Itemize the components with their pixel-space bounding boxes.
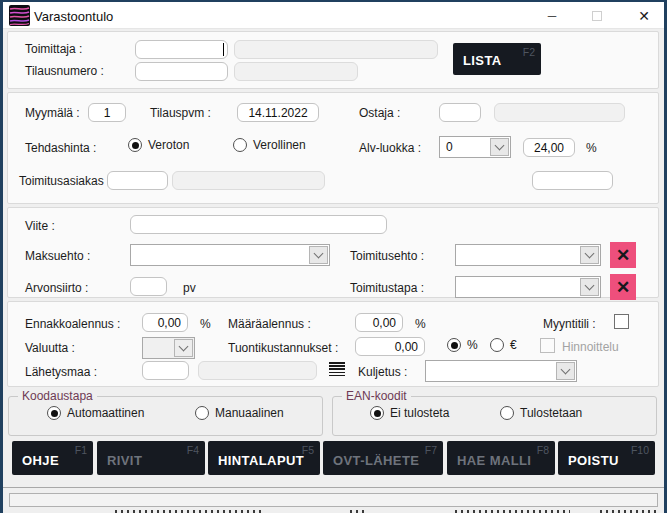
chevron-down-icon	[585, 248, 595, 258]
toimittaja-label: Toimittaja :	[25, 42, 82, 56]
ostaja-label: Ostaja :	[359, 106, 400, 120]
toimittaja-code-input[interactable]	[135, 40, 228, 59]
status-bar	[9, 493, 658, 507]
ean-koodit-title: EAN-koodit	[342, 389, 411, 403]
tilausnumero-label: Tilausnumero :	[25, 64, 104, 78]
myymala-input[interactable]	[88, 103, 126, 122]
toimitusehto-combo[interactable]	[455, 244, 601, 266]
radio-dot	[233, 138, 247, 152]
tilausnumero-extra-field	[234, 62, 358, 81]
kuljetus-combo[interactable]	[425, 360, 577, 382]
ovt-lahete-button: OVT-LÄHETEF7	[323, 441, 443, 475]
minimize-button[interactable]: ─	[536, 5, 568, 27]
toimitustapa-combo[interactable]	[455, 276, 601, 298]
chevron-down-icon	[495, 140, 505, 150]
hintalaput-button[interactable]: HINTALAPUTF5	[208, 441, 320, 475]
lista-button[interactable]: LISTA F2	[453, 43, 541, 75]
viite-label: Viite :	[25, 219, 55, 233]
manuaalinen-radio[interactable]: Manuaalinen	[195, 406, 284, 420]
arvonsiirto-label: Arvonsiirto :	[25, 281, 88, 295]
ohje-button[interactable]: OHJEF1	[12, 441, 93, 475]
tehdashinta-label: Tehdashinta :	[25, 141, 96, 155]
ennakkoalennus-label: Ennakkoalennus :	[25, 317, 120, 331]
tuontikustannukset-input[interactable]	[355, 337, 425, 356]
window-title: Varastoontulo	[34, 9, 113, 24]
viite-input[interactable]	[130, 215, 387, 234]
maksuehto-combo[interactable]	[130, 244, 330, 266]
footer-divider	[3, 487, 664, 488]
close-button[interactable]: ✕	[628, 5, 660, 27]
maaraalennus-input[interactable]	[355, 313, 403, 332]
lahetysmaa-label: Lähetysmaa :	[25, 365, 97, 379]
toimitusasiakas-name-field	[172, 171, 325, 190]
maximize-button	[581, 5, 613, 27]
varastoontulo-window: Varastoontulo ─ ✕ Toimittaja : Tilausnum…	[0, 0, 667, 513]
tilausnumero-input[interactable]	[135, 62, 228, 81]
pv-label: pv	[183, 281, 196, 295]
app-icon	[9, 5, 30, 26]
alv-luokka-combo[interactable]: 0	[439, 136, 511, 158]
radio-dot	[128, 138, 142, 152]
automaattinen-radio[interactable]: Automaattinen	[47, 406, 144, 420]
radio-dot	[195, 406, 209, 420]
myymala-label: Myymälä :	[25, 106, 80, 120]
country-list-icon[interactable]	[329, 362, 345, 377]
arvonsiirto-input[interactable]	[130, 277, 167, 296]
toimitusasiakas-extra-input[interactable]	[532, 171, 613, 190]
tilauspvm-input[interactable]	[237, 103, 319, 122]
hae-malli-button: HAE MALLIF8	[447, 441, 555, 475]
toimitusasiakas-label: Toimitusasiakas :	[19, 174, 110, 188]
tuontikustannukset-label: Tuontikustannukset :	[228, 341, 338, 355]
rivit-button: RIVITF4	[97, 441, 205, 475]
combo-arrow[interactable]	[490, 138, 509, 156]
combo-arrow[interactable]	[309, 246, 328, 264]
maara-percent-sign: %	[415, 317, 426, 331]
toimitustapa-label: Toimitustapa :	[350, 281, 424, 295]
tulostetaan-radio[interactable]: Tulostetaan	[500, 406, 582, 420]
alv-luokka-label: Alv-luokka :	[359, 141, 421, 155]
kuljetus-label: Kuljetus :	[358, 365, 407, 379]
import-cost-euro-radio[interactable]: €	[490, 338, 517, 352]
myyntitili-checkbox[interactable]	[614, 314, 629, 329]
maksuehto-label: Maksuehto :	[25, 249, 90, 263]
chevron-down-icon	[585, 280, 595, 290]
title-bar: Varastoontulo ─ ✕	[3, 2, 664, 29]
radio-dot	[490, 338, 504, 352]
alv-percent-sign: %	[586, 141, 597, 155]
chevron-down-icon	[314, 248, 324, 258]
valuutta-label: Valuutta :	[25, 341, 75, 355]
koodaustapa-title: Koodaustapa	[18, 389, 97, 403]
combo-arrow[interactable]	[556, 362, 575, 380]
toimittaja-name-field	[234, 40, 438, 59]
veroton-radio[interactable]: Veroton	[128, 138, 189, 152]
hinnoittelu-label: Hinnoittelu	[562, 340, 619, 354]
ennakkoalennus-input[interactable]	[142, 313, 188, 332]
valuutta-combo	[142, 337, 195, 359]
toimitusasiakas-code-input[interactable]	[107, 171, 168, 190]
combo-arrow	[174, 339, 193, 357]
combo-arrow[interactable]	[580, 246, 599, 264]
maaraalennus-label: Määräalennus :	[228, 317, 311, 331]
ei-tulosteta-radio[interactable]: Ei tulosteta	[370, 406, 449, 420]
tilauspvm-label: Tilauspvm :	[150, 106, 211, 120]
lahetysmaa-code-input[interactable]	[142, 361, 189, 380]
toimitusehto-label: Toimitusehto :	[350, 249, 424, 263]
radio-dot	[447, 338, 461, 352]
radio-dot	[47, 406, 61, 420]
lahetysmaa-name-field	[198, 361, 317, 380]
poistu-button[interactable]: POISTUF10	[558, 441, 655, 475]
combo-arrow[interactable]	[580, 278, 599, 296]
clear-toimitusehto-button[interactable]: ✕	[610, 242, 636, 268]
ostaja-code-input[interactable]	[439, 103, 481, 122]
radio-dot	[500, 406, 514, 420]
myyntitili-label: Myyntitili :	[543, 317, 596, 331]
ostaja-name-field	[494, 103, 625, 122]
radio-dot	[370, 406, 384, 420]
hinnoittelu-checkbox	[540, 338, 555, 353]
import-cost-percent-radio[interactable]: %	[447, 338, 478, 352]
clear-toimitustapa-button[interactable]: ✕	[610, 274, 636, 300]
chevron-down-icon	[561, 364, 571, 374]
alv-percent-input[interactable]	[523, 138, 575, 157]
ennakko-percent-sign: %	[200, 317, 211, 331]
verollinen-radio[interactable]: Verollinen	[233, 138, 306, 152]
